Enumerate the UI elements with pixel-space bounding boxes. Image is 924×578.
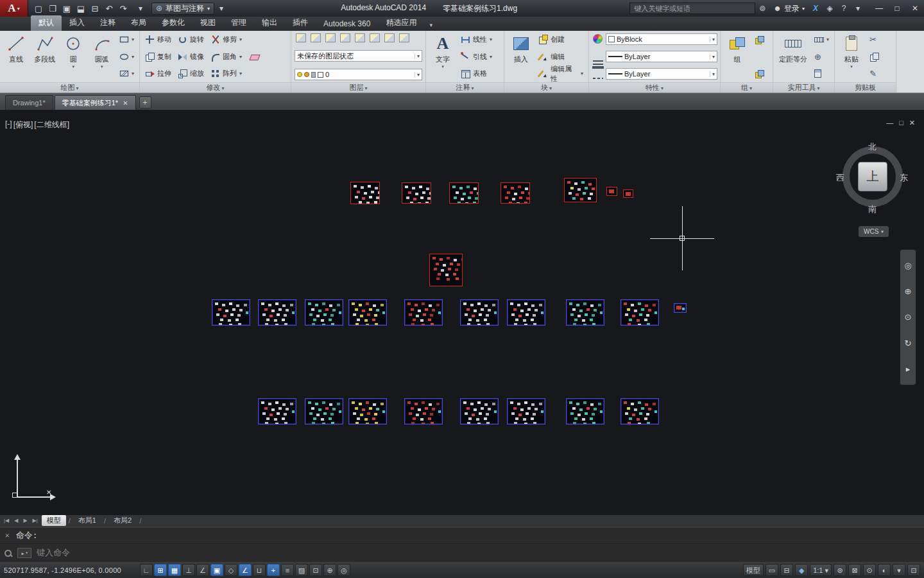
- workspace-more-caret-icon[interactable]: ▾: [214, 4, 228, 13]
- command-input-row[interactable]: ▸▾ 键入命令: [0, 544, 924, 562]
- ribbon-tab-注释[interactable]: 注释: [92, 15, 123, 31]
- drawing-close-button[interactable]: ✕: [909, 119, 915, 127]
- leader-button[interactable]: 引线▾: [458, 51, 495, 63]
- new-drawing-tab-button[interactable]: +: [139, 96, 151, 109]
- drawing-thumbnail[interactable]: [507, 299, 545, 326]
- new-file-icon[interactable]: ▢: [32, 2, 45, 15]
- layer-lock-icon[interactable]: [355, 33, 365, 42]
- polyline-button[interactable]: 多段线: [31, 32, 59, 81]
- showmotion-icon[interactable]: ▸: [902, 363, 914, 376]
- drawing-thumbnail[interactable]: [258, 299, 296, 326]
- drawing-thumbnail[interactable]: [404, 398, 443, 425]
- paste-button[interactable]: 粘贴 ▾: [837, 32, 866, 81]
- toggle-show-lineweight[interactable]: ≡: [281, 564, 294, 576]
- annotation-visibility[interactable]: ◆: [795, 564, 808, 576]
- toggle-annotation-monitor[interactable]: ◎: [338, 564, 350, 576]
- qat-customize-caret-icon[interactable]: ▾: [133, 4, 148, 13]
- toggle-polar-tracking[interactable]: ∠: [196, 564, 209, 576]
- scale-button[interactable]: 缩放: [175, 67, 207, 80]
- layer-lock-icon[interactable]: [311, 72, 316, 78]
- line-button[interactable]: 直线: [3, 32, 30, 81]
- ribbon-tab-默认[interactable]: 默认: [31, 15, 62, 31]
- rectangle-button[interactable]: ▾: [117, 33, 137, 46]
- rotate-button[interactable]: 旋转: [175, 33, 207, 46]
- toggle-dynamic-input[interactable]: +: [267, 564, 280, 576]
- lineweight-dropdown[interactable]: ByLayer ▾: [606, 51, 717, 62]
- save-file-icon[interactable]: ▣: [60, 2, 73, 15]
- redo-icon[interactable]: ↷: [117, 2, 130, 15]
- undo-icon[interactable]: ↶: [103, 2, 116, 15]
- close-file-tab-icon[interactable]: ✕: [123, 100, 128, 107]
- layer-state-dropdown[interactable]: 未保存的图层状态 ▾: [295, 50, 422, 62]
- panel-properties-title[interactable]: 特性▾: [589, 82, 720, 92]
- layout-tab-布局2[interactable]: 布局2: [108, 515, 137, 526]
- circle-button[interactable]: 圆 ▾: [60, 32, 87, 81]
- layer-on-icon[interactable]: [297, 72, 302, 77]
- viewport-control-menu[interactable]: [-]: [5, 119, 12, 130]
- toggle-selection-cycling[interactable]: ⊕: [323, 564, 336, 576]
- trim-button[interactable]: 修剪▾: [208, 33, 244, 46]
- panel-layers-title[interactable]: 图层▾: [291, 82, 425, 92]
- drawing-thumbnail[interactable]: [674, 303, 687, 313]
- panel-draw-title[interactable]: 绘图▾: [0, 82, 139, 92]
- command-options-chip[interactable]: ▸▾: [17, 548, 31, 558]
- layer-off-icon[interactable]: [311, 33, 321, 42]
- exchange-apps-icon[interactable]: X: [809, 4, 823, 13]
- communication-center-icon[interactable]: ◈: [823, 4, 837, 13]
- help-caret-icon[interactable]: ▾: [851, 4, 865, 13]
- drawing-thumbnail[interactable]: [404, 299, 443, 326]
- linetype-dropdown[interactable]: ByLayer ▾: [606, 68, 717, 80]
- help-button[interactable]: ?: [837, 4, 851, 13]
- toggle-3d-object-snap[interactable]: ◇: [225, 564, 237, 576]
- panel-modify-title[interactable]: 修改▾: [140, 82, 291, 92]
- viewcube-top-face[interactable]: 上: [858, 162, 887, 191]
- drawing-thumbnail[interactable]: [460, 299, 499, 326]
- isolate-objects[interactable]: ◐: [878, 564, 891, 576]
- toggle-snap-mode[interactable]: ⊞: [154, 564, 167, 576]
- layer-dropdown[interactable]: 0 ▾: [295, 69, 422, 80]
- ellipse-button[interactable]: ▾: [117, 51, 137, 63]
- array-button[interactable]: 阵列▾: [208, 67, 244, 80]
- drawing-thumbnail[interactable]: [348, 398, 387, 425]
- navigation-wheel-icon[interactable]: ◎: [902, 259, 914, 272]
- ribbon-tab-Autodesk 360[interactable]: Autodesk 360: [316, 17, 378, 31]
- drawing-thumbnail[interactable]: [507, 398, 545, 425]
- hardware-acceleration[interactable]: ⊙: [863, 564, 876, 576]
- save-as-icon[interactable]: ⬓: [74, 2, 87, 15]
- copy-clip-button[interactable]: [867, 51, 882, 63]
- erase-button[interactable]: [247, 51, 262, 63]
- drawing-thumbnail[interactable]: [429, 254, 463, 286]
- plot-icon[interactable]: ⊟: [89, 2, 101, 15]
- drawing-thumbnail[interactable]: [501, 182, 530, 204]
- drawing-thumbnail[interactable]: [620, 398, 659, 425]
- panel-annotation-title[interactable]: 注释▾: [426, 82, 504, 92]
- edit-attributes-button[interactable]: 编辑属性▾: [536, 67, 586, 80]
- insert-block-button[interactable]: 插入: [507, 32, 535, 81]
- id-point-button[interactable]: ⊕: [812, 51, 832, 63]
- group-button[interactable]: 组: [723, 32, 751, 81]
- last-layout-button[interactable]: ▶|: [31, 518, 39, 523]
- layout-tab-模型[interactable]: 模型: [42, 515, 66, 526]
- drawing-minimize-button[interactable]: —: [886, 119, 893, 127]
- ribbon-tab-参数化[interactable]: 参数化: [154, 15, 193, 31]
- ribbon-tab-布局[interactable]: 布局: [123, 15, 154, 31]
- toggle-grid-display[interactable]: ▦: [168, 564, 181, 576]
- arc-button[interactable]: 圆弧 ▾: [89, 32, 116, 81]
- divide-button[interactable]: 定距等分: [776, 32, 810, 81]
- quick-calc-button[interactable]: [812, 67, 832, 80]
- viewcube-north-label[interactable]: 北: [868, 141, 877, 153]
- drawing-thumbnail[interactable]: [606, 187, 617, 196]
- orbit-icon[interactable]: ↻: [902, 337, 914, 349]
- model-space-button[interactable]: 模型: [743, 564, 764, 576]
- drawing-thumbnail[interactable]: [449, 182, 479, 204]
- layer-freeze-icon[interactable]: [304, 72, 309, 77]
- viewcube-east-label[interactable]: 东: [900, 172, 908, 184]
- drawing-thumbnail[interactable]: [305, 398, 343, 425]
- object-color-dropdown[interactable]: ByBlock ▾: [606, 33, 717, 45]
- drawing-thumbnail[interactable]: [402, 182, 431, 204]
- drawing-thumbnail[interactable]: [348, 299, 387, 326]
- layer-match-icon[interactable]: [370, 33, 380, 42]
- copy-button[interactable]: 复制: [142, 51, 174, 63]
- layout-tab-布局1[interactable]: 布局1: [73, 515, 101, 526]
- coordinates-display[interactable]: 520717.9587, -1.2496E+06, 0.0000: [4, 566, 140, 574]
